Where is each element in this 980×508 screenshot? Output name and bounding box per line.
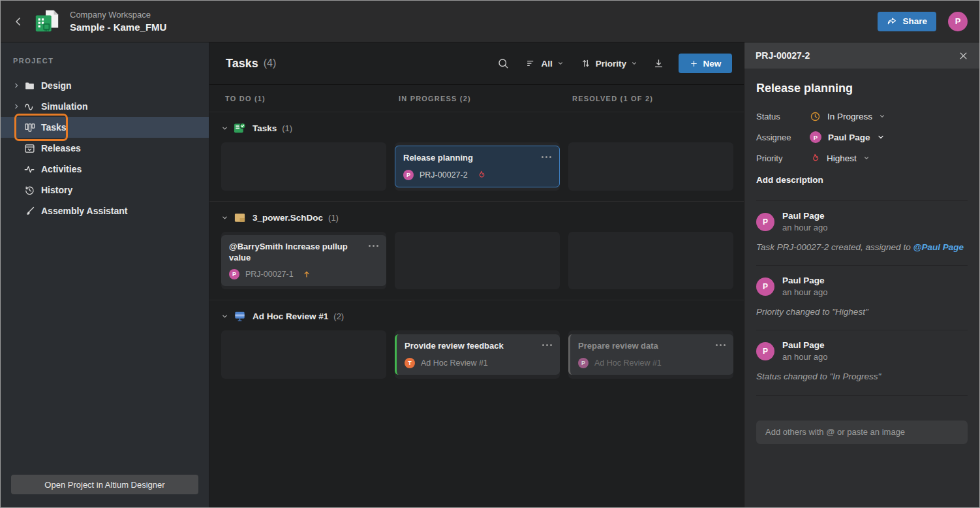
new-task-button[interactable]: New <box>679 54 732 73</box>
kanban-board: Tasks (1) Release planning <box>209 112 744 507</box>
detail-task-id: PRJ-00027-2 <box>756 50 810 61</box>
activity-message: Task PRJ-00027-2 created, assigned to @P… <box>756 242 968 253</box>
sidebar-item-label: Tasks <box>41 122 67 133</box>
status-field: Status In Progress <box>756 106 968 127</box>
chevron-down-icon[interactable] <box>221 125 228 132</box>
project-sidebar: PROJECT Design Simulation <box>1 42 209 507</box>
avatar-initial: P <box>406 172 410 178</box>
sidebar-item-label: Assembly Assistant <box>41 206 128 216</box>
user-avatar-initial: P <box>955 16 961 26</box>
activity-entry: P Paul Page an hour ago Task PRJ-00027-2… <box>756 201 968 266</box>
chevron-down-icon[interactable] <box>221 313 228 320</box>
sidebar-item-simulation[interactable]: Simulation <box>1 96 209 117</box>
assignee-field: Assignee P Paul Page <box>756 127 968 148</box>
tasks-group-icon <box>234 122 246 135</box>
sort-dropdown[interactable]: Priority <box>581 58 637 69</box>
share-label: Share <box>902 16 927 26</box>
activity-author: Paul Page <box>782 276 827 285</box>
top-header: Company Workspace Sample - Kame_FMU Shar… <box>1 1 979 42</box>
add-description-link[interactable]: Add description <box>756 175 968 185</box>
chevron-down-icon <box>877 133 885 141</box>
chevron-down-icon[interactable] <box>221 214 228 221</box>
assignee-avatar: P <box>578 358 589 368</box>
group-label: Tasks <box>253 123 277 133</box>
field-label: Priority <box>756 153 810 163</box>
group-header[interactable]: Tasks (1) <box>221 114 732 142</box>
review-board-icon <box>234 310 246 323</box>
activity-message: Priority changed to "Highest" <box>756 306 968 318</box>
in-progress-clock-icon <box>810 111 821 122</box>
assignee-avatar: T <box>405 358 415 368</box>
search-icon[interactable] <box>497 57 509 69</box>
mention-link[interactable]: @Paul Page <box>913 242 964 252</box>
task-card-release-planning[interactable]: Release planning P PRJ-00027-2 <box>395 146 560 187</box>
activity-avatar: P <box>756 342 774 360</box>
sidebar-item-releases[interactable]: Releases <box>1 138 209 159</box>
assignee-dropdown[interactable]: P Paul Page <box>810 131 885 143</box>
back-chevron-icon[interactable] <box>12 16 24 27</box>
activity-message-text: Priority changed to "Highest" <box>756 307 868 317</box>
group-label: Ad Hoc Review #1 <box>253 311 328 321</box>
chevron-down-icon <box>863 155 870 161</box>
avatar-initial: P <box>232 271 236 278</box>
sidebar-item-design[interactable]: Design <box>1 75 209 96</box>
sidebar-item-label: Releases <box>41 143 81 153</box>
user-avatar[interactable]: P <box>948 12 968 31</box>
sidebar-item-history[interactable]: History <box>1 180 209 200</box>
task-card-increase-pullup[interactable]: @BarrySmith Increase pullup value P PRJ-… <box>221 235 386 287</box>
priority-dropdown[interactable]: Highest <box>810 153 870 164</box>
task-card-prepare-review-data[interactable]: Prepare review data P Ad Hoc Review #1 <box>568 334 733 375</box>
card-id: PRJ-00027-1 <box>245 270 294 279</box>
filter-icon <box>526 58 536 69</box>
card-menu-icon[interactable] <box>716 341 726 346</box>
filter-dropdown[interactable]: All <box>526 58 563 69</box>
open-in-altium-designer-button[interactable]: Open Project in Altium Designer <box>11 475 198 494</box>
card-menu-icon[interactable] <box>369 242 378 247</box>
priority-highest-flame-icon <box>476 170 486 180</box>
layout: PROJECT Design Simulation <box>1 42 979 507</box>
chevron-down-icon <box>879 113 885 119</box>
priority-field: Priority Highest <box>756 148 968 168</box>
download-icon[interactable] <box>653 58 664 69</box>
close-icon[interactable] <box>958 51 968 61</box>
group-ad-hoc-review: Ad Hoc Review #1 (2) Provide review feed… <box>209 300 744 389</box>
share-button[interactable]: Share <box>878 12 936 31</box>
avatar-initial: P <box>581 360 585 366</box>
avatar-initial: P <box>763 347 768 356</box>
group-header[interactable]: 3_power.SchDoc (1) <box>221 203 732 232</box>
workspace-name: Company Workspace <box>70 10 166 20</box>
kanban-empty-cell <box>221 330 386 379</box>
field-label: Status <box>756 112 810 121</box>
detail-task-title: Release planning <box>756 82 968 95</box>
sort-arrows-icon <box>581 58 591 69</box>
sidebar-item-activities[interactable]: Activities <box>1 159 209 180</box>
tasks-main: Tasks (4) All <box>209 42 744 507</box>
group-header[interactable]: Ad Hoc Review #1 (2) <box>221 302 732 330</box>
group-row: @BarrySmith Increase pullup value P PRJ-… <box>221 232 732 289</box>
chevron-right-icon[interactable] <box>13 103 23 110</box>
card-id: PRJ-00027-2 <box>420 170 468 180</box>
task-card-provide-review-feedback[interactable]: Provide review feedback T Ad Hoc Review … <box>395 334 560 375</box>
activity-message: Status changed to "In Progress" <box>756 371 968 383</box>
activity-entry: P Paul Page an hour ago Priority changed… <box>756 266 968 330</box>
priority-high-arrow-icon <box>302 269 311 279</box>
sidebar-item-tasks[interactable]: Tasks <box>1 117 209 138</box>
card-menu-icon[interactable] <box>542 341 552 346</box>
activity-message-text: Task PRJ-00027-2 created, assigned to <box>756 242 913 252</box>
chevron-right-icon[interactable] <box>13 82 23 89</box>
sidebar-item-assembly-assistant[interactable]: Assembly Assistant <box>1 200 209 221</box>
chevron-down-icon <box>557 60 564 67</box>
new-button-label: New <box>703 59 722 69</box>
tasks-toolbar: Tasks (4) All <box>209 42 744 85</box>
sidebar-item-label: Design <box>41 80 72 91</box>
avatar-initial: T <box>408 360 412 366</box>
assignee-avatar: P <box>229 269 239 279</box>
status-dropdown[interactable]: In Progress <box>810 111 885 122</box>
priority-value: Highest <box>827 153 857 163</box>
activity-avatar: P <box>756 213 774 231</box>
project-identity: Company Workspace Sample - Kame_FMU <box>12 8 166 35</box>
comment-input[interactable] <box>756 421 968 444</box>
group-count: (1) <box>328 213 339 223</box>
card-menu-icon[interactable] <box>542 153 551 158</box>
sidebar-section-label: PROJECT <box>13 57 209 65</box>
